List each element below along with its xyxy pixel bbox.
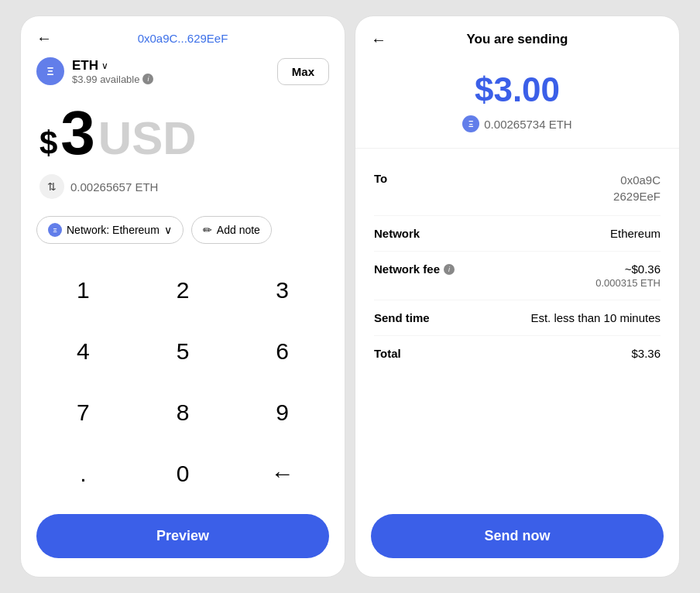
network-fee-row: Network fee i ~$0.36 0.000315 ETH — [374, 252, 661, 300]
to-address: 0x0a9C 2629EeF — [613, 172, 661, 204]
sending-eth-row: Ξ 0.00265734 ETH — [371, 115, 664, 132]
numpad: 1 2 3 4 5 6 7 8 9 . 0 ← — [21, 256, 345, 508]
wallet-address[interactable]: 0x0a9C...629EeF — [138, 32, 228, 45]
max-button[interactable]: Max — [277, 58, 329, 85]
key-5[interactable]: 5 — [133, 320, 233, 382]
network-fee-info-icon[interactable]: i — [444, 264, 455, 275]
right-screen-title: You are sending — [467, 32, 568, 47]
key-6[interactable]: 6 — [232, 320, 332, 382]
network-fee-eth: 0.000315 ETH — [595, 277, 661, 289]
sending-eth-icon: Ξ — [462, 115, 479, 132]
token-info[interactable]: Ξ ETH ∨ $3.99 available i — [36, 57, 153, 85]
network-chevron-icon: ∨ — [164, 224, 172, 236]
token-name-label: ETH — [72, 58, 98, 74]
network-label: Network: Ethereum — [67, 224, 160, 236]
sending-eth-amount: 0.00265734 ETH — [484, 118, 571, 131]
balance-info-icon[interactable]: i — [142, 74, 153, 84]
eth-conversion-row: ⇅ 0.00265657 ETH — [21, 171, 345, 210]
network-fee-label: Network fee — [374, 262, 440, 276]
key-4[interactable]: 4 — [33, 320, 133, 382]
right-screen: ← You are sending $3.00 Ξ 0.00265734 ETH… — [355, 15, 680, 578]
dollar-sign: $ — [39, 125, 57, 162]
eth-logo-icon: Ξ — [36, 57, 64, 85]
amount-display: $ 3 USD — [21, 94, 345, 171]
key-1[interactable]: 1 — [33, 259, 133, 320]
network-eth-icon: Ξ — [48, 223, 62, 237]
left-header: ← 0x0a9C...629EeF — [21, 32, 345, 57]
amount-number: 3 — [60, 102, 95, 164]
network-fee-usd: ~$0.36 — [595, 262, 661, 276]
key-9[interactable]: 9 — [232, 382, 332, 444]
total-label: Total — [374, 347, 401, 360]
add-note-label: Add note — [217, 224, 260, 236]
right-back-button[interactable]: ← — [371, 31, 386, 49]
send-time-value: Est. less than 10 minutes — [530, 311, 661, 324]
to-row: To 0x0a9C 2629EeF — [374, 161, 661, 216]
left-screen: ← 0x0a9C...629EeF Ξ ETH ∨ $3.99 availabl… — [20, 15, 345, 578]
total-row: Total $3.36 — [374, 336, 661, 371]
total-value: $3.36 — [631, 347, 661, 360]
key-8[interactable]: 8 — [133, 382, 233, 444]
network-selector-button[interactable]: Ξ Network: Ethereum ∨ — [36, 216, 184, 244]
transaction-details: To 0x0a9C 2629EeF Network Ethereum Netwo… — [355, 149, 679, 508]
key-backspace[interactable]: ← — [232, 444, 332, 505]
send-now-button[interactable]: Send now — [371, 514, 664, 558]
key-2[interactable]: 2 — [133, 259, 233, 320]
pencil-icon: ✏ — [203, 224, 212, 236]
network-fee-label-group: Network fee i — [374, 262, 455, 276]
network-detail-label: Network — [374, 227, 420, 240]
swap-currency-button[interactable]: ⇅ — [39, 174, 64, 199]
usd-label: USD — [98, 111, 197, 165]
network-row: Network Ethereum — [374, 216, 661, 252]
network-detail-value: Ethereum — [610, 227, 661, 240]
options-row: Ξ Network: Ethereum ∨ ✏ Add note — [21, 210, 345, 256]
key-7[interactable]: 7 — [33, 382, 133, 444]
key-0[interactable]: 0 — [133, 444, 233, 505]
send-time-row: Send time Est. less than 10 minutes — [374, 300, 661, 336]
sending-usd-amount: $3.00 — [371, 70, 664, 109]
send-time-label: Send time — [374, 311, 430, 324]
right-header: ← You are sending — [355, 32, 679, 63]
key-3[interactable]: 3 — [232, 259, 332, 320]
sending-amount-section: $3.00 Ξ 0.00265734 ETH — [355, 63, 679, 149]
preview-button[interactable]: Preview — [36, 514, 329, 558]
token-chevron-icon: ∨ — [101, 60, 108, 71]
token-balance-text: $3.99 available i — [72, 74, 153, 85]
token-selector-row: Ξ ETH ∨ $3.99 available i Max — [21, 57, 345, 94]
add-note-button[interactable]: ✏ Add note — [191, 216, 272, 244]
to-label: To — [374, 172, 387, 185]
left-back-button[interactable]: ← — [36, 29, 52, 47]
key-dot[interactable]: . — [33, 444, 133, 505]
eth-conversion-text: 0.00265657 ETH — [70, 180, 158, 194]
